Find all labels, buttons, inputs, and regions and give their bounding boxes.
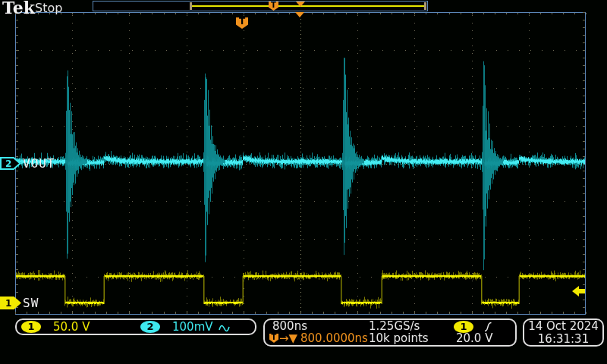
date-readout: 14 Oct 2024 bbox=[524, 320, 602, 333]
ch1-marker-number: 1 bbox=[5, 298, 11, 309]
horizontal-trigger-readout-box: 800ns 1.25GS/s 1 T →▼ 800.0000ns 10k poi… bbox=[263, 318, 517, 347]
datetime-box: 14 Oct 2024 16:31:31 bbox=[523, 318, 604, 347]
ch2-ground-marker: 2 bbox=[0, 157, 21, 170]
trigger-delay-arrows-icon: →▼ bbox=[279, 332, 297, 345]
expansion-point-icon-bar bbox=[296, 2, 305, 7]
ch1-scale-readout: 50.0 V bbox=[53, 321, 90, 334]
ac-coupling-sine-icon bbox=[219, 323, 231, 333]
trigger-delay-icon: T bbox=[269, 334, 278, 343]
tek-logo: Tek bbox=[2, 0, 35, 17]
trigger-delay-readout: 800.0000ns bbox=[300, 332, 368, 345]
view-window-right-bracket bbox=[424, 2, 426, 10]
time-readout: 16:31:31 bbox=[524, 333, 602, 346]
ch2-scale-readout: 100mV bbox=[172, 321, 213, 334]
graticule-waveform-canvas bbox=[0, 0, 607, 364]
acquisition-status: Stop bbox=[35, 1, 62, 15]
ch2-marker-number: 2 bbox=[5, 158, 11, 169]
ch1-ground-marker: 1 bbox=[0, 297, 21, 309]
oscilloscope-screen: Tek Stop T T 2 VOUT 1 SW 1 50.0 V 2 100m… bbox=[0, 0, 607, 364]
trigger-level-arrow-icon bbox=[571, 285, 586, 297]
view-window-left-bracket bbox=[190, 2, 192, 10]
record-length-readout: 10k points bbox=[369, 332, 429, 345]
ch2-trace-label: VOUT bbox=[23, 156, 55, 171]
ch1-trace-label: SW bbox=[23, 296, 39, 310]
ch1-badge: 1 bbox=[21, 321, 41, 333]
view-window-line bbox=[192, 5, 424, 7]
ch2-badge: 2 bbox=[140, 321, 160, 333]
trigger-level-readout: 20.0 V bbox=[456, 332, 492, 345]
trigger-position-marker-icon bbox=[295, 12, 304, 17]
channel-readout-box: 1 50.0 V 2 100mV bbox=[15, 318, 256, 335]
